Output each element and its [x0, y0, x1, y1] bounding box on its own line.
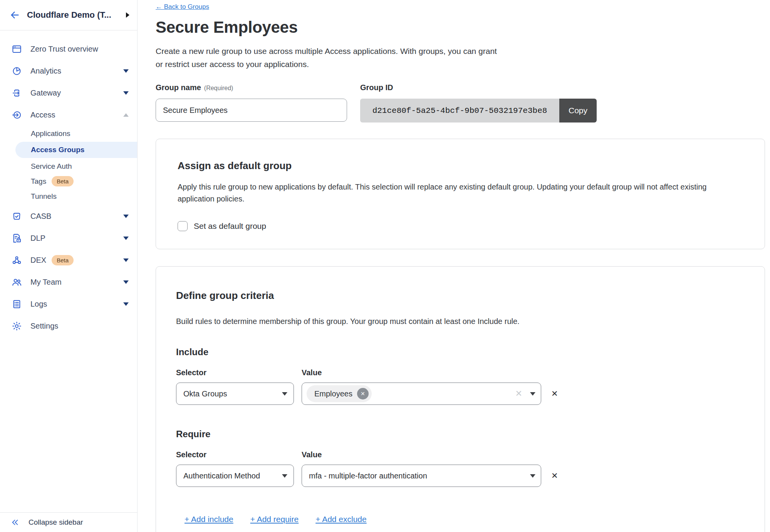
group-id-value: d21ce80f-5a25-4bcf-9b07-5032197e3be8: [360, 99, 559, 123]
access-login-icon: [12, 110, 22, 120]
sidebar-subitem-service-auth[interactable]: Service Auth: [0, 159, 137, 174]
chevron-up-icon: [123, 113, 129, 117]
define-group-criteria-card: Define group criteria Build rules to det…: [156, 266, 765, 532]
access-subnav: Applications Access Groups Service Auth …: [0, 126, 137, 205]
sidebar-header: Cloudflare Demo (T...: [0, 0, 137, 30]
define-group-criteria-description: Build rules to determine membership of t…: [176, 316, 743, 327]
group-id-field-block: Group ID d21ce80f-5a25-4bcf-9b07-5032197…: [360, 83, 597, 123]
page-title: Secure Employees: [156, 18, 765, 36]
define-group-criteria-title: Define group criteria: [176, 290, 743, 302]
document-lock-icon: [12, 233, 22, 243]
back-to-groups-link[interactable]: ← Back to Groups: [156, 3, 209, 11]
chevron-down-icon: [123, 237, 129, 240]
value-tag-label: Employees: [314, 389, 352, 398]
require-selector-dropdown[interactable]: Authentication Method: [176, 465, 294, 487]
sidebar-subitem-applications[interactable]: Applications: [0, 126, 137, 141]
log-list-icon: [12, 299, 22, 309]
sidebar-item-settings[interactable]: Settings: [0, 315, 137, 337]
sidebar-item-label: Access: [30, 111, 55, 119]
set-default-group-checkbox[interactable]: [178, 221, 188, 231]
page-description-line2: or restrict user access to your applicat…: [156, 58, 765, 71]
assign-default-group-description: Apply this rule group to new application…: [178, 181, 743, 205]
gateway-icon: [12, 88, 22, 98]
group-name-field-block: Group name (Required): [156, 83, 347, 123]
chevron-down-icon: [282, 474, 287, 478]
require-selector-value: Authentication Method: [183, 472, 282, 480]
group-name-id-row: Group name (Required) Group ID d21ce80f-…: [156, 83, 765, 123]
sidebar-item-zero-trust-overview[interactable]: Zero Trust overview: [0, 38, 137, 60]
sidebar-subitem-access-groups[interactable]: Access Groups: [15, 142, 137, 158]
remove-include-rule-button[interactable]: ✕: [551, 389, 558, 398]
collapse-sidebar-label: Collapse sidebar: [29, 518, 83, 527]
sidebar-item-gateway[interactable]: Gateway: [0, 82, 137, 104]
sidebar-item-label: My Team: [30, 278, 62, 287]
sidebar-item-access[interactable]: Access: [0, 104, 137, 126]
sidebar-item-label: DEX: [30, 256, 46, 265]
set-default-group-label: Set as default group: [194, 222, 266, 231]
required-hint: (Required): [204, 85, 233, 92]
page-description: Create a new rule group to use across mu…: [156, 45, 765, 71]
chevron-down-icon: [530, 474, 535, 478]
copy-button[interactable]: Copy: [559, 99, 597, 123]
sidebar-subitem-label: Tunnels: [31, 192, 57, 201]
people-icon: [12, 277, 22, 287]
sidebar-item-label: CASB: [30, 212, 51, 221]
remove-require-rule-button[interactable]: ✕: [551, 471, 558, 480]
sidebar-subitem-label: Applications: [31, 129, 70, 138]
sidebar-item-label: Logs: [30, 300, 47, 309]
sidebar-item-label: Analytics: [30, 67, 61, 76]
sidebar-item-my-team[interactable]: My Team: [0, 271, 137, 293]
require-value-dropdown[interactable]: mfa - multiple-factor authentication: [302, 465, 541, 487]
main-content: ← Back to Groups Secure Employees Create…: [138, 0, 770, 532]
account-expand-caret-icon[interactable]: [126, 12, 129, 18]
app-window: Cloudflare Demo (T... Zero Trust overvie…: [0, 0, 770, 532]
account-title: Cloudflare Demo (T...: [27, 10, 111, 20]
selector-column-label: Selector: [176, 368, 302, 377]
add-require-link[interactable]: + Add require: [250, 515, 299, 524]
include-title: Include: [176, 347, 743, 357]
page-description-line1: Create a new rule group to use across mu…: [156, 45, 765, 58]
pie-chart-icon: [12, 66, 22, 76]
network-nodes-icon: [12, 255, 22, 265]
set-default-group-row: Set as default group: [178, 221, 743, 231]
add-rule-links: + Add include + Add require + Add exclud…: [176, 515, 743, 524]
window-icon: [12, 44, 22, 54]
back-arrow-icon[interactable]: [9, 10, 20, 20]
chevron-down-icon: [123, 91, 129, 95]
sidebar-item-logs[interactable]: Logs: [0, 293, 137, 315]
add-exclude-link[interactable]: + Add exclude: [315, 515, 367, 524]
sidebar-subitem-tags[interactable]: Tags Beta: [0, 174, 137, 189]
selector-column-label: Selector: [176, 450, 302, 459]
include-value-multiselect[interactable]: Employees ✕ ✕: [302, 383, 541, 405]
group-name-input[interactable]: [156, 99, 347, 122]
double-chevron-left-icon: [11, 518, 19, 527]
include-selector-dropdown[interactable]: Okta Groups: [176, 383, 294, 405]
chevron-down-icon: [123, 302, 129, 306]
sidebar: Cloudflare Demo (T... Zero Trust overvie…: [0, 0, 138, 532]
sidebar-item-dlp[interactable]: DLP: [0, 227, 137, 249]
chevron-down-icon: [123, 69, 129, 73]
add-include-link[interactable]: + Add include: [185, 515, 233, 524]
clear-values-icon[interactable]: ✕: [515, 389, 522, 399]
sidebar-subitem-tunnels[interactable]: Tunnels: [0, 189, 137, 204]
group-id-label: Group ID: [360, 83, 393, 92]
sidebar-item-dex[interactable]: DEX Beta: [0, 249, 137, 271]
include-rule-section: Include Selector Value Okta Groups Emplo…: [176, 347, 743, 405]
include-selector-value: Okta Groups: [183, 389, 282, 398]
require-title: Require: [176, 429, 743, 440]
sidebar-item-label: DLP: [30, 234, 45, 243]
gear-icon: [12, 321, 22, 331]
tag-remove-icon[interactable]: ✕: [357, 388, 369, 399]
chevron-down-icon: [530, 392, 535, 396]
value-column-label: Value: [302, 368, 322, 377]
sidebar-nav: Zero Trust overview Analytics Gateway: [0, 30, 137, 337]
chevron-down-icon: [123, 280, 129, 284]
value-tag: Employees ✕: [307, 385, 372, 402]
sidebar-item-label: Settings: [30, 322, 58, 331]
assign-default-group-title: Assign as default group: [178, 160, 743, 172]
sidebar-item-analytics[interactable]: Analytics: [0, 60, 137, 82]
sidebar-subitem-label: Tags: [31, 177, 46, 186]
sidebar-item-label: Gateway: [30, 89, 61, 97]
sidebar-item-casb[interactable]: CASB: [0, 205, 137, 227]
collapse-sidebar-button[interactable]: Collapse sidebar: [0, 512, 137, 532]
